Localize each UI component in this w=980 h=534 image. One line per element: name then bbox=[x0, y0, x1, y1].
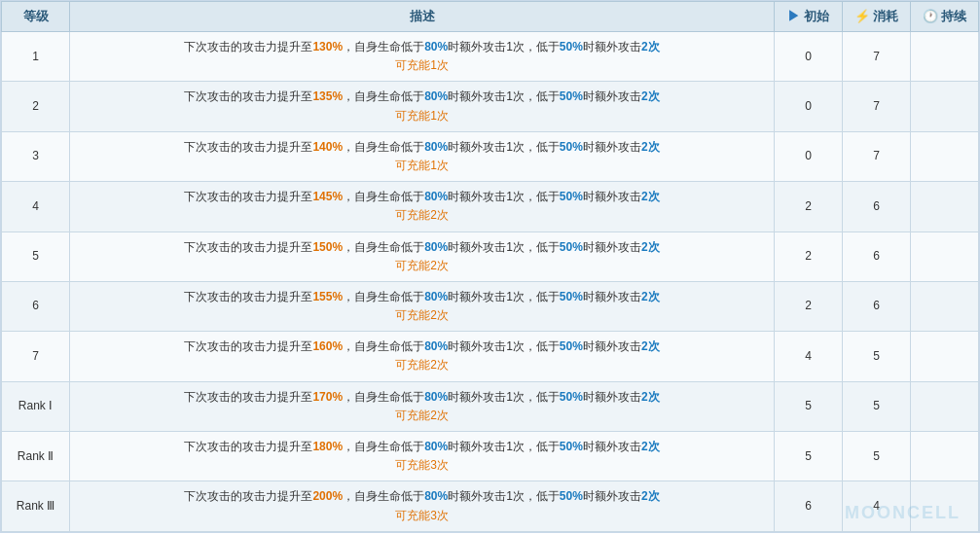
cell-desc: 下次攻击的攻击力提升至145%，自身生命低于80%时额外攻击1次，低于50%时额… bbox=[70, 182, 775, 231]
cell-desc: 下次攻击的攻击力提升至155%，自身生命低于80%时额外攻击1次，低于50%时额… bbox=[70, 281, 775, 331]
cell-init: 5 bbox=[775, 432, 843, 481]
table-row: Rank Ⅰ下次攻击的攻击力提升至170%，自身生命低于80%时额外攻击1次，低… bbox=[2, 381, 979, 431]
cell-init: 0 bbox=[775, 82, 843, 131]
cell-persist bbox=[911, 432, 979, 481]
cell-consume: 5 bbox=[843, 381, 911, 431]
cell-init: 0 bbox=[775, 32, 843, 82]
table-row: 6下次攻击的攻击力提升至155%，自身生命低于80%时额外攻击1次，低于50%时… bbox=[2, 281, 979, 331]
cell-consume: 4 bbox=[843, 481, 911, 531]
cell-consume: 5 bbox=[843, 332, 911, 381]
cell-consume: 7 bbox=[843, 131, 911, 181]
cell-persist bbox=[911, 231, 979, 281]
cell-desc: 下次攻击的攻击力提升至180%，自身生命低于80%时额外攻击1次，低于50%时额… bbox=[70, 432, 775, 481]
header-persist: 🕐 持续 bbox=[911, 2, 979, 32]
header-consume: ⚡ 消耗 bbox=[843, 2, 911, 32]
table-row: 4下次攻击的攻击力提升至145%，自身生命低于80%时额外攻击1次，低于50%时… bbox=[2, 182, 979, 231]
cell-level: 2 bbox=[2, 82, 70, 131]
cell-level: 6 bbox=[2, 281, 70, 331]
cell-level: Rank Ⅰ bbox=[2, 381, 70, 431]
cell-init: 2 bbox=[775, 281, 843, 331]
cell-persist bbox=[911, 281, 979, 331]
consume-label: 消耗 bbox=[873, 9, 898, 23]
table-row: Rank Ⅲ下次攻击的攻击力提升至200%，自身生命低于80%时额外攻击1次，低… bbox=[2, 481, 979, 531]
desc-sub-text: 可充能1次 bbox=[80, 157, 764, 175]
cell-consume: 5 bbox=[843, 432, 911, 481]
cell-level: 1 bbox=[2, 32, 70, 82]
cell-level: 5 bbox=[2, 231, 70, 281]
cell-desc: 下次攻击的攻击力提升至150%，自身生命低于80%时额外攻击1次，低于50%时额… bbox=[70, 231, 775, 281]
desc-sub-text: 可充能2次 bbox=[80, 356, 764, 374]
desc-sub-text: 可充能1次 bbox=[80, 56, 764, 75]
cell-consume: 7 bbox=[843, 82, 911, 131]
init-label: 初始 bbox=[804, 9, 829, 23]
desc-sub-text: 可充能2次 bbox=[80, 257, 764, 275]
table-container: 等级 描述 ▶ 初始 ⚡ 消耗 🕐 持续 1 bbox=[0, 0, 980, 533]
table-row: 2下次攻击的攻击力提升至135%，自身生命低于80%时额外攻击1次，低于50%时… bbox=[2, 82, 979, 131]
cell-level: 7 bbox=[2, 332, 70, 381]
cell-consume: 6 bbox=[843, 182, 911, 231]
desc-sub-text: 可充能3次 bbox=[80, 456, 764, 475]
table-body: 1下次攻击的攻击力提升至130%，自身生命低于80%时额外攻击1次，低于50%时… bbox=[2, 32, 979, 532]
cell-level: 4 bbox=[2, 182, 70, 231]
cell-consume: 6 bbox=[843, 281, 911, 331]
cell-init: 6 bbox=[775, 481, 843, 531]
cell-persist bbox=[911, 32, 979, 82]
cell-desc: 下次攻击的攻击力提升至170%，自身生命低于80%时额外攻击1次，低于50%时额… bbox=[70, 381, 775, 431]
cell-persist bbox=[911, 381, 979, 431]
cell-level: 3 bbox=[2, 131, 70, 181]
table-header-row: 等级 描述 ▶ 初始 ⚡ 消耗 🕐 持续 bbox=[2, 2, 979, 32]
cell-persist bbox=[911, 332, 979, 381]
init-icon: ▶ bbox=[787, 9, 800, 23]
cell-desc: 下次攻击的攻击力提升至130%，自身生命低于80%时额外攻击1次，低于50%时额… bbox=[70, 32, 775, 82]
cell-consume: 7 bbox=[843, 32, 911, 82]
table-row: Rank Ⅱ下次攻击的攻击力提升至180%，自身生命低于80%时额外攻击1次，低… bbox=[2, 432, 979, 481]
table-row: 1下次攻击的攻击力提升至130%，自身生命低于80%时额外攻击1次，低于50%时… bbox=[2, 32, 979, 82]
consume-icon: ⚡ bbox=[854, 9, 870, 23]
cell-init: 4 bbox=[775, 332, 843, 381]
table-row: 5下次攻击的攻击力提升至150%，自身生命低于80%时额外攻击1次，低于50%时… bbox=[2, 231, 979, 281]
cell-desc: 下次攻击的攻击力提升至135%，自身生命低于80%时额外攻击1次，低于50%时额… bbox=[70, 82, 775, 131]
cell-init: 2 bbox=[775, 182, 843, 231]
desc-sub-text: 可充能2次 bbox=[80, 407, 764, 425]
cell-desc: 下次攻击的攻击力提升至160%，自身生命低于80%时额外攻击1次，低于50%时额… bbox=[70, 332, 775, 381]
desc-sub-text: 可充能1次 bbox=[80, 107, 764, 125]
cell-level: Rank Ⅲ bbox=[2, 481, 70, 531]
table-row: 7下次攻击的攻击力提升至160%，自身生命低于80%时额外攻击1次，低于50%时… bbox=[2, 332, 979, 381]
cell-init: 2 bbox=[775, 231, 843, 281]
cell-level: Rank Ⅱ bbox=[2, 432, 70, 481]
cell-init: 0 bbox=[775, 131, 843, 181]
cell-persist bbox=[911, 131, 979, 181]
desc-sub-text: 可充能2次 bbox=[80, 306, 764, 325]
cell-desc: 下次攻击的攻击力提升至200%，自身生命低于80%时额外攻击1次，低于50%时额… bbox=[70, 481, 775, 531]
cell-persist bbox=[911, 182, 979, 231]
header-level: 等级 bbox=[2, 2, 70, 32]
desc-sub-text: 可充能2次 bbox=[80, 206, 764, 225]
cell-persist bbox=[911, 481, 979, 531]
cell-consume: 6 bbox=[843, 231, 911, 281]
header-init: ▶ 初始 bbox=[775, 2, 843, 32]
persist-label: 持续 bbox=[941, 9, 966, 23]
cell-persist bbox=[911, 82, 979, 131]
desc-sub-text: 可充能3次 bbox=[80, 507, 764, 525]
table-row: 3下次攻击的攻击力提升至140%，自身生命低于80%时额外攻击1次，低于50%时… bbox=[2, 131, 979, 181]
cell-init: 5 bbox=[775, 381, 843, 431]
skill-table-wrapper: 等级 描述 ▶ 初始 ⚡ 消耗 🕐 持续 1 bbox=[0, 0, 980, 533]
cell-desc: 下次攻击的攻击力提升至140%，自身生命低于80%时额外攻击1次，低于50%时额… bbox=[70, 131, 775, 181]
header-desc: 描述 bbox=[70, 2, 775, 32]
persist-icon: 🕐 bbox=[923, 9, 938, 23]
skill-table: 等级 描述 ▶ 初始 ⚡ 消耗 🕐 持续 1 bbox=[1, 1, 979, 532]
